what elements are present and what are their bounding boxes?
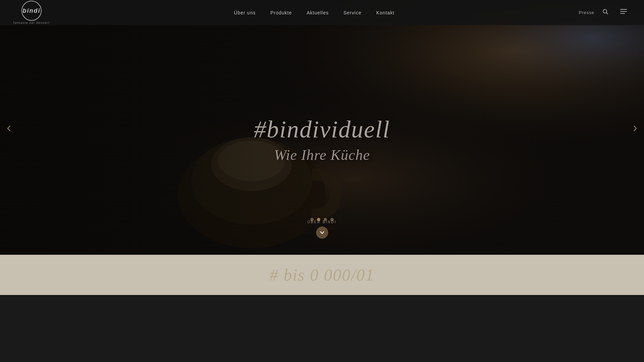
search-icon bbox=[602, 9, 608, 15]
svg-rect-2 bbox=[620, 9, 627, 10]
svg-line-1 bbox=[606, 13, 608, 14]
logo-circle: bindi bbox=[21, 1, 42, 21]
uber-bindi-label: ÜBER BINDI bbox=[307, 220, 336, 224]
hero-content: #bindividuell Wie Ihre Küche bbox=[0, 0, 644, 255]
bottom-partial-text: # bis 0 000/01 bbox=[270, 265, 375, 285]
svg-rect-3 bbox=[620, 11, 627, 12]
search-button[interactable] bbox=[601, 7, 610, 18]
site-header: bindi fantasia nel dessert Über uns Prod… bbox=[0, 0, 644, 25]
logo-tagline: fantasia nel dessert bbox=[13, 21, 50, 24]
menu-icon-button[interactable] bbox=[616, 7, 631, 18]
chevron-down-icon bbox=[320, 230, 324, 235]
scroll-down-button[interactable] bbox=[316, 227, 328, 239]
hero-section: #bindividuell Wie Ihre Küche ÜBER BINDI … bbox=[0, 0, 644, 255]
nav-item-produkte[interactable]: Produkte bbox=[263, 1, 299, 25]
logo[interactable]: bindi fantasia nel dessert bbox=[13, 1, 50, 24]
hero-headline: #bindividuell bbox=[254, 116, 390, 143]
presse-link[interactable]: Presse bbox=[579, 10, 594, 15]
uber-bindi-area: ÜBER BINDI bbox=[307, 220, 336, 239]
menu-list-icon bbox=[620, 8, 627, 15]
nav-item-aktuelles[interactable]: Aktuelles bbox=[299, 1, 336, 25]
next-slide-button[interactable]: › bbox=[626, 114, 644, 141]
prev-slide-button[interactable]: ‹ bbox=[0, 114, 18, 141]
svg-rect-4 bbox=[620, 13, 625, 14]
nav-item-kontakt[interactable]: Kontakt bbox=[369, 1, 402, 25]
bottom-section: # bis 0 000/01 bbox=[0, 255, 644, 295]
next-arrow-icon: › bbox=[633, 120, 637, 135]
prev-arrow-icon: ‹ bbox=[7, 120, 11, 135]
hero-subheadline: Wie Ihre Küche bbox=[274, 146, 370, 164]
header-right: Presse bbox=[579, 7, 631, 18]
nav-item-service[interactable]: Service bbox=[336, 1, 369, 25]
main-nav: Über uns Produkte Aktuelles Service Kont… bbox=[226, 1, 402, 25]
nav-item-uber-uns[interactable]: Über uns bbox=[226, 1, 263, 25]
logo-brand-text: bindi bbox=[23, 7, 41, 14]
